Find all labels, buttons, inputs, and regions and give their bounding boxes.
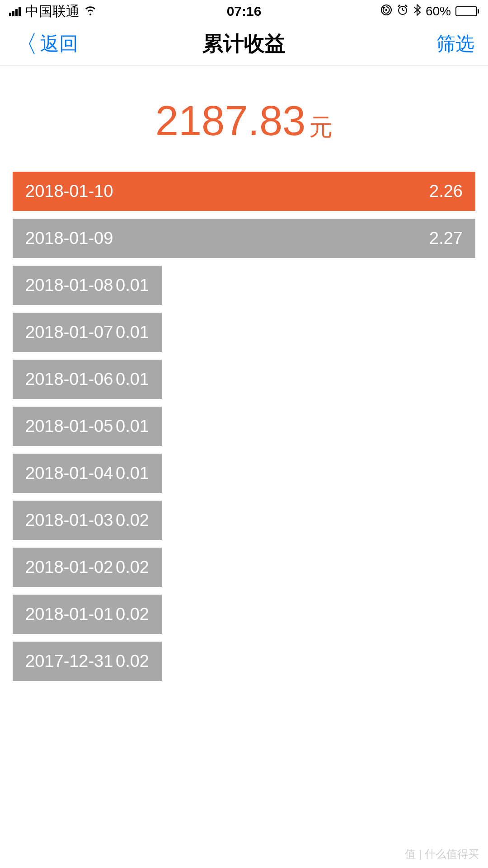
list-item[interactable]: 2018-01-092.27 xyxy=(13,219,475,258)
bar-fill: 2018-01-030.02 xyxy=(13,501,162,540)
bar-fill: 2018-01-060.01 xyxy=(13,360,162,399)
wifi-icon xyxy=(84,5,97,19)
list-item[interactable]: 2018-01-020.02 xyxy=(13,548,475,587)
list-item[interactable]: 2018-01-010.02 xyxy=(13,595,475,634)
bar-fill: 2018-01-020.02 xyxy=(13,548,162,587)
status-right: 60% xyxy=(380,4,479,19)
row-value: 0.01 xyxy=(116,323,149,342)
row-date: 2018-01-07 xyxy=(25,323,113,342)
total-unit: 元 xyxy=(309,114,333,140)
battery-icon xyxy=(455,6,479,16)
back-button[interactable]: 〈 返回 xyxy=(14,31,78,56)
earnings-list[interactable]: 2018-01-102.262018-01-092.272018-01-080.… xyxy=(0,172,488,681)
list-item[interactable]: 2018-01-040.01 xyxy=(13,454,475,493)
svg-line-6 xyxy=(405,5,407,7)
row-date: 2018-01-02 xyxy=(25,558,113,577)
bluetooth-icon xyxy=(413,4,421,19)
bar-fill: 2018-01-070.01 xyxy=(13,313,162,352)
rotation-lock-icon xyxy=(380,4,392,19)
bar-fill: 2018-01-050.01 xyxy=(13,407,162,446)
back-label: 返回 xyxy=(40,31,78,56)
bar-fill: 2018-01-010.02 xyxy=(13,595,162,634)
bar-fill: 2018-01-080.01 xyxy=(13,266,162,305)
row-date: 2017-12-31 xyxy=(25,652,113,671)
battery-percent: 60% xyxy=(426,4,451,19)
status-left: 中国联通 xyxy=(9,2,97,21)
alarm-icon xyxy=(397,4,408,19)
page-title: 累计收益 xyxy=(202,30,286,58)
watermark: 值 | 什么值得买 xyxy=(405,847,479,861)
list-item[interactable]: 2017-12-310.02 xyxy=(13,642,475,681)
row-value: 0.01 xyxy=(116,370,149,389)
bar-fill: 2018-01-040.01 xyxy=(13,454,162,493)
row-date: 2018-01-09 xyxy=(25,229,113,248)
row-date: 2018-01-04 xyxy=(25,464,113,483)
list-item[interactable]: 2018-01-080.01 xyxy=(13,266,475,305)
row-value: 2.27 xyxy=(429,229,463,248)
row-date: 2018-01-10 xyxy=(25,182,113,201)
chevron-left-icon: 〈 xyxy=(14,32,38,56)
list-item[interactable]: 2018-01-030.02 xyxy=(13,501,475,540)
row-value: 0.02 xyxy=(116,652,149,671)
row-value: 0.02 xyxy=(116,511,149,530)
row-date: 2018-01-06 xyxy=(25,370,113,389)
total-amount: 2187.83 xyxy=(155,98,306,144)
row-value: 0.01 xyxy=(116,417,149,436)
filter-button[interactable]: 筛选 xyxy=(436,31,474,56)
row-date: 2018-01-05 xyxy=(25,417,113,436)
row-value: 0.01 xyxy=(116,276,149,295)
carrier-label: 中国联通 xyxy=(25,2,80,21)
svg-line-5 xyxy=(398,5,400,7)
status-time: 07:16 xyxy=(227,4,262,19)
list-item[interactable]: 2018-01-102.26 xyxy=(13,172,475,211)
total-earnings: 2187.83元 xyxy=(0,66,488,172)
row-value: 0.01 xyxy=(116,464,149,483)
row-date: 2018-01-01 xyxy=(25,605,113,624)
row-value: 2.26 xyxy=(429,182,463,201)
list-item[interactable]: 2018-01-060.01 xyxy=(13,360,475,399)
status-bar: 中国联通 07:16 60% xyxy=(0,0,488,23)
nav-bar: 〈 返回 累计收益 筛选 xyxy=(0,23,488,66)
row-value: 0.02 xyxy=(116,605,149,624)
row-date: 2018-01-03 xyxy=(25,511,113,530)
row-date: 2018-01-08 xyxy=(25,276,113,295)
signal-icon xyxy=(9,6,21,16)
row-value: 0.02 xyxy=(116,558,149,577)
list-item[interactable]: 2018-01-070.01 xyxy=(13,313,475,352)
svg-rect-1 xyxy=(385,9,387,11)
list-item[interactable]: 2018-01-050.01 xyxy=(13,407,475,446)
bar-fill: 2017-12-310.02 xyxy=(13,642,162,681)
